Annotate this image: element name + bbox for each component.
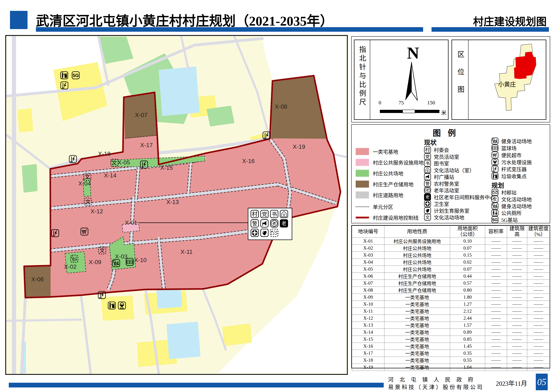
footer-company: 易景科技（天津）股份有限公司 [388,383,484,391]
density-cell: —— [527,329,550,336]
table-row[interactable]: X-09一类宅基地1.80—————— [352,294,550,301]
far-cell: —— [485,322,507,329]
table-row[interactable]: X-18一类宅基地0.55—————— [352,357,550,364]
land-nature-cell: 村庄公共场地 [384,259,450,266]
culture-ground-icon [111,159,118,166]
table-row[interactable]: X-07村庄生产仓储用地0.57—————— [352,280,550,287]
parcel-label-X-02: X-02 [64,263,76,270]
plot-id-cell: X-18 [352,357,384,364]
compass-panel-label: 指北针与比例尺 [357,46,367,107]
legend-item: 文化活动场地 [491,196,532,203]
far-cell: —— [485,301,507,308]
legend-item: 文化活动场地 [424,214,464,221]
table-row[interactable]: X-12一类宅基地2.44—————— [352,315,550,322]
footer-accent-bar [9,383,384,387]
legend-item-label: 村庄公共场地 [373,169,403,177]
legend-status-header: 现状 [424,138,437,147]
height-limit-cell: —— [507,315,527,322]
height-limit-cell: —— [507,273,527,280]
table-header-cell: 建筑密度 （%） [527,226,550,238]
table-row[interactable]: X-03村庄公共场地0.15—————— [352,252,550,259]
fitness-icon [491,138,498,145]
plot-id-cell: X-07 [352,280,384,287]
plot-table[interactable]: 地块编号用地性质用地面积 （公顷）容积率建筑限 高建筑密度 （%） X-01村庄… [352,226,550,371]
location-panel: 区位图 小黄庄 [451,40,546,120]
parcel-label-X-04: X-04 [78,180,91,187]
legend-item-label: 老年活动室 [434,187,459,194]
legend-item-label: 村广播站 [434,173,454,180]
far-cell: —— [485,350,507,357]
height-limit-cell: —— [507,336,527,343]
density-cell: —— [527,308,550,315]
table-header-cell: 地块编号 [352,226,384,238]
legend-item-label: 村庄生产仓储用地 [373,180,414,188]
far-cell: —— [485,329,507,336]
far-cell: —— [485,266,507,273]
scalebar-seg3 [415,110,439,113]
village-name-label: 小黄庄 [498,81,516,88]
table-row[interactable]: X-13一类宅基地1.57—————— [352,322,550,329]
table-row[interactable]: X-05村庄公共场地0.07—————— [352,266,550,273]
table-row[interactable]: X-08村庄生产仓储用地0.80—————— [352,287,550,294]
planning-map[interactable]: 村 党 书 警 老 老 文 文 5G [6,36,347,374]
land-nature-cell: 一类宅基地 [384,294,450,301]
legend-item-label: 图书室 [434,160,449,167]
plot-id-cell: X-03 [352,252,384,259]
table-row[interactable]: X-04村庄公共场地0.02—————— [352,259,550,266]
parcel-label-X-13: X-13 [166,199,179,205]
land-nature-cell: 村庄生产仓储用地 [384,287,450,294]
location-map[interactable]: 小黄庄 [469,40,546,119]
legend-color-swatch [356,181,369,188]
title-underline-right [432,27,549,32]
plot-id-cell: X-04 [352,259,384,266]
density-cell: —— [527,287,550,294]
culture-ground-icon [98,247,106,254]
table-row[interactable]: X-10一类宅基地1.27—————— [352,301,550,308]
table-row[interactable]: X-02村庄公共场地0.07—————— [352,245,550,252]
table-row[interactable]: X-16一类宅基地1.45—————— [352,343,550,350]
land-nature-cell: 一类宅基地 [384,350,450,357]
density-cell: —— [527,343,550,350]
table-row[interactable]: X-11一类宅基地2.12—————— [352,308,550,315]
table-row[interactable]: X-01村庄公共服务设施用地0.10—————— [352,238,550,245]
table-row[interactable]: X-15一类宅基地0.85—————— [352,336,550,343]
planning-map-panel[interactable]: 村 党 书 警 老 老 文 文 5G [5,35,348,375]
plot-id-cell: X-02 [352,245,384,252]
culture-ground-icon [84,198,92,205]
density-cell: —— [527,280,550,287]
legend-item: 杆式变压器 [491,166,527,173]
height-limit-cell: —— [507,259,527,266]
plot-id-cell: X-12 [352,315,384,322]
legend-item: 村邮站 [491,189,517,196]
family-icon [424,207,431,214]
legend-item: 文化活动站（室） [424,167,474,174]
table-row[interactable]: X-17一类宅基地0.35—————— [352,350,550,357]
compass-scale-graphic [370,40,449,119]
legend-item: 村庄公共场地 [356,170,403,177]
table-row[interactable]: X-19一类宅基地1.04—————— [352,364,550,371]
density-cell: —— [527,364,550,371]
land-area-cell: 0.85 [450,336,485,343]
table-row[interactable]: X-06村庄生产仓储用地0.44—————— [352,273,550,280]
legend-item-label: 计划生育服务室 [434,207,469,214]
land-area-cell: 0.57 [450,280,485,287]
senior-daycare-icon [280,220,288,227]
table-header-cell: 容积率 [485,226,507,238]
legend-item: 单元分区 [356,203,393,210]
far-cell: —— [485,287,507,294]
density-cell: —— [527,245,550,252]
plot-table-panel[interactable]: 地块编号用地性质用地面积 （公顷）容积率建筑限 高建筑密度 （%） X-01村庄… [351,225,550,368]
legend-title: 图 例 [433,126,458,138]
land-nature-cell: 一类宅基地 [384,308,450,315]
legend-item-label: 社区老年日间照料服务中心 [434,193,495,201]
legend-item: 健身活动场地 [491,138,532,145]
height-limit-cell: —— [507,294,527,301]
table-header-row: 地块编号用地性质用地面积 （公顷）容积率建筑限 高建筑密度 （%） [352,226,550,238]
table-row[interactable]: X-14一类宅基地0.89—————— [352,329,550,336]
far-cell: —— [485,336,507,343]
land-nature-cell: 村庄生产仓储用地 [384,280,450,287]
parcel-label-X-07: X-07 [135,112,147,118]
legend-color-swatch [356,159,369,166]
scale-tick-75: 75 [399,100,404,106]
height-limit-cell: —— [507,322,527,329]
